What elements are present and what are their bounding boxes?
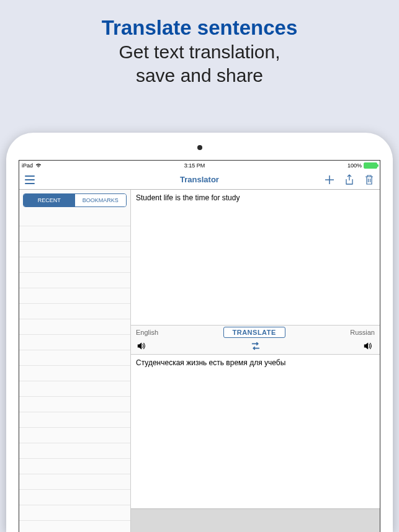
tab-bookmarks[interactable]: BOOKMARKS <box>75 194 127 206</box>
list-item[interactable] <box>19 381 130 397</box>
carrier-label: iPad <box>22 162 33 169</box>
list-item[interactable] <box>19 242 130 257</box>
target-lang-label[interactable]: Russian <box>350 329 375 336</box>
share-icon <box>344 174 354 185</box>
list-item[interactable] <box>19 211 130 226</box>
list-item[interactable] <box>19 366 130 381</box>
list-item[interactable] <box>19 257 130 273</box>
language-bar: English TRANSLATE Russian <box>131 325 380 355</box>
battery-label: 100% <box>347 162 362 169</box>
list-item[interactable] <box>19 490 130 505</box>
list-item[interactable] <box>19 397 130 412</box>
battery-icon <box>364 162 377 169</box>
list-item[interactable] <box>19 273 130 288</box>
list-item[interactable] <box>19 319 130 335</box>
promo-sub-2: save and share <box>0 64 399 87</box>
list-item[interactable] <box>19 443 130 459</box>
content-area: RECENT BOOKMARKS <box>19 190 380 532</box>
share-button[interactable] <box>344 174 355 185</box>
delete-button[interactable] <box>364 174 375 185</box>
source-lang-label[interactable]: English <box>136 329 158 336</box>
menu-button[interactable] <box>24 174 35 185</box>
sidebar: RECENT BOOKMARKS <box>19 190 131 532</box>
status-time: 3:15 PM <box>184 162 205 169</box>
speak-target-button[interactable] <box>364 342 374 350</box>
swap-languages-button[interactable] <box>251 341 261 351</box>
list-item[interactable] <box>19 335 130 350</box>
list-item[interactable] <box>19 226 130 242</box>
status-bar: iPad 3:15 PM 100% <box>19 161 380 170</box>
promo-sub-1: Get text translation, <box>0 40 399 64</box>
trash-icon <box>364 174 374 185</box>
wifi-icon <box>35 163 42 168</box>
add-button[interactable] <box>324 174 335 185</box>
list-item[interactable] <box>19 350 130 366</box>
bottom-toolbar <box>131 508 380 532</box>
device-camera <box>197 145 202 150</box>
list-item[interactable] <box>19 505 130 521</box>
list-item[interactable] <box>19 428 130 443</box>
list-item[interactable] <box>19 459 130 474</box>
speak-source-button[interactable] <box>137 342 147 350</box>
promo-header: Translate sentences Get text translation… <box>0 0 399 87</box>
list-item[interactable] <box>19 474 130 490</box>
nav-bar: Translator <box>19 170 380 190</box>
device-frame: iPad 3:15 PM 100% Translator <box>6 133 393 532</box>
main-panel: Student life is the time for study Engli… <box>131 190 380 532</box>
source-text-input[interactable]: Student life is the time for study <box>131 190 380 325</box>
menu-icon <box>25 175 35 184</box>
tab-recent[interactable]: RECENT <box>24 194 75 206</box>
segmented-control: RECENT BOOKMARKS <box>23 193 127 207</box>
translate-button[interactable]: TRANSLATE <box>223 327 285 338</box>
sidebar-list[interactable] <box>19 211 130 532</box>
promo-title: Translate sentences <box>0 15 399 40</box>
plus-icon <box>324 174 335 185</box>
list-item[interactable] <box>19 288 130 304</box>
list-item[interactable] <box>19 304 130 319</box>
device-screen: iPad 3:15 PM 100% Translator <box>19 160 380 532</box>
list-item[interactable] <box>19 412 130 428</box>
target-text-output: Студенческая жизнь есть время для учебы <box>131 355 380 532</box>
